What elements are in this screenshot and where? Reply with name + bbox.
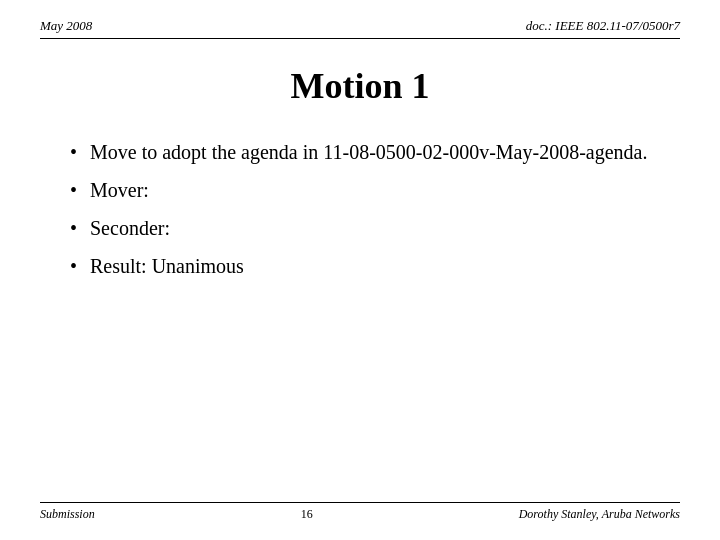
header-date: May 2008 xyxy=(40,18,92,34)
content-area: Move to adopt the agenda in 11-08-0500-0… xyxy=(40,137,680,502)
footer-page-number: 16 xyxy=(301,507,313,522)
list-item: Result: Unanimous xyxy=(70,251,660,281)
slide-header: May 2008 doc.: IEEE 802.11-07/0500r7 xyxy=(40,18,680,39)
list-item: Move to adopt the agenda in 11-08-0500-0… xyxy=(70,137,660,167)
slide-title: Motion 1 xyxy=(40,65,680,107)
bullet-list: Move to adopt the agenda in 11-08-0500-0… xyxy=(70,137,660,281)
list-item: Mover: xyxy=(70,175,660,205)
header-doc: doc.: IEEE 802.11-07/0500r7 xyxy=(526,18,680,34)
footer-author: Dorothy Stanley, Aruba Networks xyxy=(519,507,680,522)
footer-submission: Submission xyxy=(40,507,95,522)
title-area: Motion 1 xyxy=(40,65,680,107)
slide: May 2008 doc.: IEEE 802.11-07/0500r7 Mot… xyxy=(0,0,720,540)
slide-footer: Submission 16 Dorothy Stanley, Aruba Net… xyxy=(40,502,680,522)
list-item: Seconder: xyxy=(70,213,660,243)
